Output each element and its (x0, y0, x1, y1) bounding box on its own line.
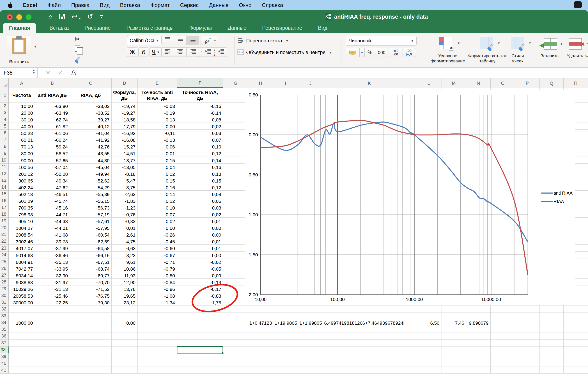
increase-decimal-button[interactable]: ◀,0,00 (389, 48, 402, 57)
orientation-button[interactable]: ab↗▼ (202, 36, 218, 45)
cell-F17[interactable]: 0,03 (177, 204, 223, 211)
cell-B40[interactable] (35, 360, 70, 367)
cell-C4[interactable]: -39,27 (70, 116, 112, 123)
column-header-M[interactable]: M (441, 78, 466, 88)
cell-D10[interactable]: -13,77 (112, 157, 137, 163)
cell-C2[interactable]: -38,03 (70, 102, 112, 109)
cell-B33[interactable] (35, 313, 70, 319)
cell-I38[interactable] (273, 346, 298, 353)
cell-E11[interactable]: 0,04 (137, 163, 177, 170)
cell-K40[interactable] (323, 360, 416, 367)
save-icon[interactable] (59, 14, 65, 19)
cell-L36[interactable] (416, 333, 441, 340)
cell-A38[interactable] (9, 346, 35, 353)
row-header-36[interactable]: 36 (0, 333, 9, 340)
cell-N36[interactable] (466, 333, 491, 340)
cell-D32[interactable] (112, 306, 137, 313)
cell-F5[interactable]: -0,02 (177, 123, 223, 130)
cell-B22[interactable]: -39,73 (35, 238, 70, 245)
cell-D11[interactable]: -13,05 (112, 163, 137, 170)
cell-J34[interactable]: 1+1,99805 (298, 319, 323, 326)
cell-A3[interactable]: 20,00 (9, 109, 35, 116)
cell-A39[interactable] (9, 353, 35, 360)
cell-A34[interactable]: 1000,00 (9, 319, 35, 326)
cell-F8[interactable]: 0,10 (177, 143, 223, 150)
row-header-24[interactable]: 24 (0, 252, 9, 258)
cell-B20[interactable]: -44,01 (35, 224, 70, 231)
cell-E17[interactable]: 0,10 (137, 204, 177, 211)
cell-F37[interactable] (177, 340, 223, 346)
cell-G27[interactable] (223, 272, 248, 279)
cell-R41[interactable] (564, 367, 588, 374)
row-header-6[interactable]: 6 (0, 130, 9, 136)
cell-C34[interactable] (70, 319, 112, 326)
cell-G19[interactable] (223, 218, 248, 224)
cell-H35[interactable] (248, 326, 273, 333)
cell-E13[interactable]: 0,15 (137, 177, 177, 184)
cell-E35[interactable] (137, 326, 177, 333)
column-header-F[interactable]: F (177, 78, 223, 88)
cell-J40[interactable] (298, 360, 323, 367)
cell-C35[interactable] (70, 326, 112, 333)
cell-B18[interactable]: -44,71 (35, 211, 70, 218)
cell-D8[interactable]: -15,27 (112, 143, 137, 150)
cell-Q36[interactable] (539, 333, 564, 340)
cell-A29[interactable]: 10029,26 (9, 285, 35, 292)
cell-D25[interactable]: 9,61 (112, 258, 137, 265)
cell-C31[interactable]: -79,30 (70, 299, 112, 306)
cell-G15[interactable] (223, 191, 248, 197)
cell-A6[interactable]: 50,28 (9, 130, 35, 136)
cell-E7[interactable]: -0,13 (137, 136, 177, 143)
cell-P36[interactable] (515, 333, 539, 340)
cell-R37[interactable] (564, 340, 588, 346)
cell-A33[interactable] (9, 313, 35, 319)
cell-J37[interactable] (298, 340, 323, 346)
row-header-12[interactable]: 12 (0, 170, 9, 177)
cell-C38[interactable] (70, 346, 112, 353)
cell-G3[interactable] (223, 109, 248, 116)
format-table-caret-icon[interactable]: ▼ (497, 41, 500, 45)
customize-toolbar-icon[interactable] (100, 15, 103, 18)
currency-button[interactable] (346, 48, 360, 57)
copy-icon[interactable] (75, 46, 80, 52)
cell-F1[interactable]: Точность RIAA, дБ (177, 88, 223, 102)
menu-item-5[interactable]: Вставка (120, 2, 140, 8)
cell-styles-caret-icon[interactable]: ▼ (528, 41, 531, 45)
cell-Q33[interactable] (539, 313, 564, 319)
cell-D5[interactable]: -17,79 (112, 123, 137, 130)
cell-I41[interactable] (273, 367, 298, 374)
cell-F11[interactable]: 0,16 (177, 163, 223, 170)
cell-C40[interactable] (70, 360, 112, 367)
cell-C28[interactable]: -70,70 (70, 279, 112, 285)
cell-P40[interactable] (515, 360, 539, 367)
cell-F12[interactable]: 0,18 (177, 170, 223, 177)
cell-G38[interactable] (223, 346, 248, 353)
cell-B12[interactable]: -52,08 (35, 170, 70, 177)
cell-B39[interactable] (35, 353, 70, 360)
cell-H34[interactable]: 1+0,47123 (248, 319, 273, 326)
cell-G5[interactable] (223, 123, 248, 130)
cell-D19[interactable]: -0,33 (112, 218, 137, 224)
select-all-corner[interactable] (0, 78, 9, 88)
cell-I33[interactable] (273, 313, 298, 319)
merge-center-control[interactable]: Объединить и поместить в центре ▼ (237, 49, 332, 56)
cell-B10[interactable]: -57,65 (35, 157, 70, 163)
frequency-response-chart[interactable]: 0,500,00-0,50-1,00-1,50-2,0010,00100,001… (245, 90, 575, 305)
cell-C3[interactable]: -38,52 (70, 109, 112, 116)
cell-O37[interactable] (491, 340, 515, 346)
row-header-5[interactable]: 5 (0, 123, 9, 130)
column-header-H[interactable]: H (248, 78, 273, 88)
cell-E33[interactable] (137, 313, 177, 319)
menu-item-10[interactable]: Справка (262, 2, 283, 8)
cell-Q39[interactable] (539, 353, 564, 360)
cell-E30[interactable]: -1,08 (137, 292, 177, 299)
cell-K32[interactable] (323, 306, 416, 313)
redo-icon[interactable]: ↺ (87, 13, 93, 20)
row-header-14[interactable]: 14 (0, 184, 9, 191)
cell-G23[interactable] (223, 245, 248, 252)
cell-P35[interactable] (515, 326, 539, 333)
align-bottom-button[interactable] (187, 36, 199, 45)
cell-G7[interactable] (223, 136, 248, 143)
cell-O32[interactable] (491, 306, 515, 313)
cell-D20[interactable]: 0,01 (112, 224, 137, 231)
